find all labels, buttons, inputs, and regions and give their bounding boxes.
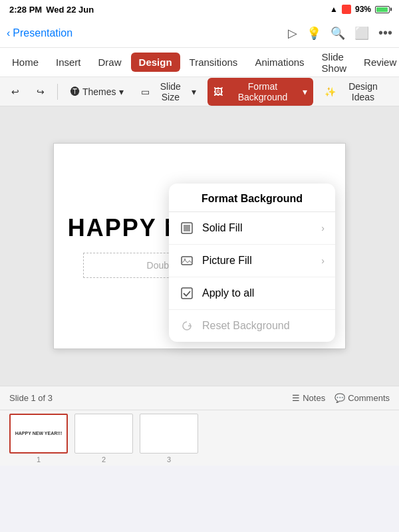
- tab-bar: Home Insert Draw Design Transitions Anim…: [0, 48, 399, 77]
- solid-fill-label: Solid Fill: [202, 222, 242, 234]
- tab-review[interactable]: Review: [356, 53, 399, 72]
- svg-rect-4: [182, 288, 192, 299]
- play-icon[interactable]: ▷: [288, 26, 297, 41]
- thumb-num-2: 2: [102, 456, 106, 464]
- slide-size-label: Slide Size: [152, 81, 190, 102]
- tab-design[interactable]: Design: [131, 53, 180, 72]
- battery-percent: 93%: [355, 5, 371, 14]
- tab-slideshow[interactable]: Slide Show: [314, 47, 355, 78]
- comments-button[interactable]: 💬 Comments: [334, 393, 390, 403]
- svg-rect-1: [184, 225, 190, 231]
- notes-label: Notes: [303, 393, 325, 403]
- design-ideas-label: Design Ideas: [338, 81, 388, 102]
- thumb-wrapper-3: 3: [140, 414, 198, 464]
- reset-background-option[interactable]: Reset Background: [169, 310, 335, 342]
- tab-transitions[interactable]: Transitions: [182, 53, 246, 72]
- slide-size-chevron: ▾: [192, 86, 196, 97]
- undo-button[interactable]: ↩: [5, 83, 25, 100]
- thumbnail-3[interactable]: [140, 414, 198, 454]
- title-bar: ‹ Presentation ▷ 💡 🔍 ⬜ •••: [0, 19, 399, 48]
- battery-red-icon: [342, 5, 351, 14]
- format-bg-icon: 🖼: [213, 86, 223, 97]
- toolbar-divider-1: [57, 84, 58, 100]
- back-chevron-icon: ‹: [7, 27, 10, 39]
- thumbnail-2[interactable]: [74, 414, 133, 454]
- thumb-num-1: 1: [37, 456, 41, 464]
- design-ideas-icon: ✨: [325, 86, 336, 97]
- redo-button[interactable]: ↪: [31, 83, 51, 100]
- solid-fill-icon: [180, 221, 194, 235]
- thumbnail-1[interactable]: HAPPY NEW YEAR!!!: [9, 414, 68, 454]
- more-menu-button[interactable]: •••: [378, 25, 392, 41]
- picture-fill-option[interactable]: Picture Fill ›: [169, 245, 335, 277]
- format-background-button[interactable]: 🖼 Format Background ▾: [207, 78, 313, 106]
- title-actions: ▷ 💡 🔍 ⬜ •••: [288, 25, 392, 41]
- solid-fill-option[interactable]: Solid Fill ›: [169, 212, 335, 245]
- notes-icon: ☰: [292, 393, 300, 403]
- reset-icon: [180, 319, 194, 333]
- picture-fill-chevron: ›: [321, 255, 325, 266]
- back-button[interactable]: ‹ Presentation: [7, 27, 72, 39]
- status-bar: 2:28 PM Wed 22 Jun ▲ 93%: [0, 0, 399, 19]
- slide-status-bar: Slide 1 of 3 ☰ Notes 💬 Comments: [0, 386, 399, 410]
- comments-label: Comments: [348, 393, 390, 403]
- search-icon[interactable]: 🔍: [331, 26, 345, 41]
- themes-label: Themes: [82, 86, 116, 97]
- thumb-num-3: 3: [167, 456, 171, 464]
- status-actions: ☰ Notes 💬 Comments: [292, 393, 390, 403]
- thumbnail-strip: HAPPY NEW YEAR!!! 1 2 3: [0, 410, 399, 466]
- battery-icon: [375, 6, 390, 13]
- date-display: Wed 22 Jun: [46, 5, 94, 15]
- dropdown-title: Format Background: [169, 184, 335, 212]
- notes-button[interactable]: ☰ Notes: [292, 393, 325, 403]
- picture-fill-label: Picture Fill: [202, 255, 252, 267]
- format-background-dropdown: Format Background Solid Fill ›: [169, 184, 335, 342]
- tab-draw[interactable]: Draw: [90, 53, 130, 72]
- wifi-icon: ▲: [330, 5, 338, 14]
- design-ideas-button[interactable]: ✨ Design Ideas: [319, 78, 394, 106]
- apply-all-icon: [180, 286, 194, 301]
- format-bg-label: Format Background: [225, 81, 300, 102]
- solid-fill-chevron: ›: [321, 223, 325, 233]
- bottom-panel: Slide 1 of 3 ☰ Notes 💬 Comments HAPPY NE…: [0, 386, 399, 466]
- comments-icon: 💬: [334, 393, 345, 403]
- slide-count: Slide 1 of 3: [9, 393, 53, 403]
- picture-fill-icon: [180, 253, 194, 268]
- toolbar: ↩ ↪ 🅣 Themes ▾ ▭ Slide Size ▾ 🖼 Format B…: [0, 77, 399, 106]
- apply-to-all-label: Apply to all: [202, 287, 254, 299]
- themes-icon: 🅣: [70, 86, 80, 97]
- lightbulb-icon[interactable]: 💡: [307, 26, 321, 41]
- thumb-wrapper-2: 2: [74, 414, 133, 464]
- themes-chevron: ▾: [119, 86, 124, 97]
- apply-to-all-option[interactable]: Apply to all: [169, 277, 335, 310]
- tab-insert[interactable]: Insert: [48, 53, 89, 72]
- format-bg-chevron: ▾: [303, 86, 307, 97]
- main-slide-area: HAPPY NEW YEAR!!! Double tap to add subt…: [0, 106, 399, 386]
- slide-size-icon: ▭: [141, 86, 150, 97]
- thumb-wrapper-1: HAPPY NEW YEAR!!! 1: [9, 414, 68, 464]
- svg-rect-2: [182, 257, 192, 265]
- themes-button[interactable]: 🅣 Themes ▾: [65, 83, 130, 100]
- back-label: Presentation: [13, 27, 72, 39]
- time-display: 2:28 PM: [9, 5, 42, 15]
- reset-background-label: Reset Background: [202, 320, 290, 332]
- thumb-1-text: HAPPY NEW YEAR!!!: [15, 431, 63, 436]
- tab-home[interactable]: Home: [4, 53, 47, 72]
- share-icon[interactable]: ⬜: [354, 26, 369, 41]
- tab-animations[interactable]: Animations: [247, 53, 312, 72]
- slide-size-button[interactable]: ▭ Slide Size ▾: [135, 78, 203, 106]
